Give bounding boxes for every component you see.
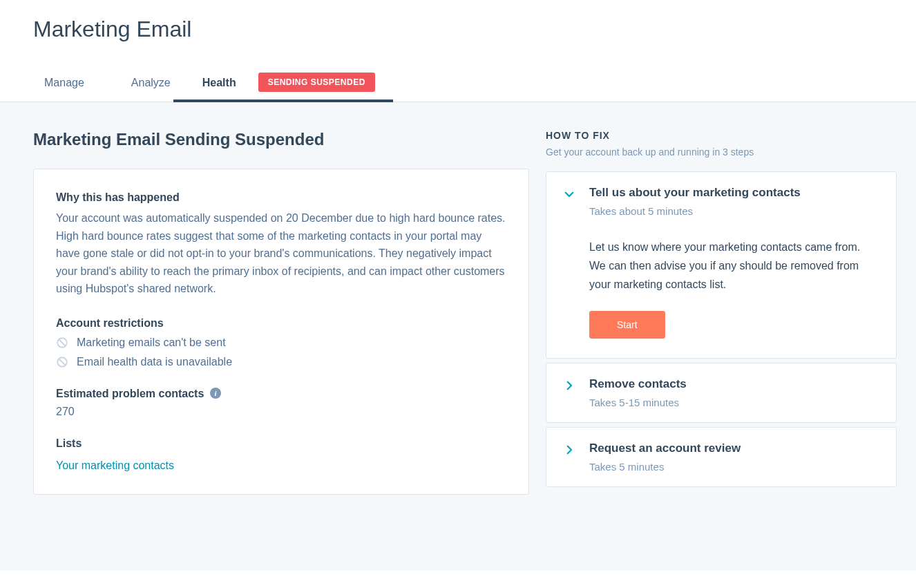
start-button[interactable]: Start [589, 311, 665, 339]
lists-title: Lists [56, 437, 506, 450]
svg-line-1 [59, 339, 66, 345]
tabs-row: Manage Analyze Health SENDING SUSPENDED [33, 70, 883, 102]
step-header-3[interactable]: Request an account review Takes 5 minute… [546, 428, 896, 486]
block-icon [56, 336, 68, 349]
left-column: Marketing Email Sending Suspended Why th… [33, 130, 529, 495]
step-time: Takes about 5 minutes [589, 205, 801, 217]
chevron-right-icon [563, 379, 575, 392]
header-region: Marketing Email Manage Analyze Health SE… [0, 0, 916, 102]
problem-contacts-title-text: Estimated problem contacts [56, 388, 204, 399]
step-title: Tell us about your marketing contacts [589, 186, 801, 200]
right-column: HOW TO FIX Get your account back up and … [546, 130, 897, 491]
why-title: Why this has happened [56, 191, 506, 204]
step-card-2: Remove contacts Takes 5-15 minutes [546, 363, 897, 423]
details-card: Why this has happened Your account was a… [33, 169, 529, 495]
restriction-text: Email health data is unavailable [77, 356, 232, 368]
tab-health-wrap: Health SENDING SUSPENDED [200, 70, 375, 102]
step-header-1[interactable]: Tell us about your marketing contacts Ta… [546, 172, 896, 231]
info-icon[interactable]: i [210, 388, 221, 399]
section-heading: Marketing Email Sending Suspended [33, 130, 529, 149]
step-header-text: Remove contacts Takes 5-15 minutes [589, 377, 687, 408]
howto-subtitle: Get your account back up and running in … [546, 146, 897, 158]
why-body: Your account was automatically suspended… [56, 209, 506, 298]
tab-analyze[interactable]: Analyze [128, 70, 173, 102]
content-region: Marketing Email Sending Suspended Why th… [0, 102, 916, 571]
restrictions-title: Account restrictions [56, 317, 506, 330]
chevron-down-icon [563, 188, 575, 200]
step-card-3: Request an account review Takes 5 minute… [546, 427, 897, 487]
block-icon [56, 356, 68, 368]
step-description: Let us know where your marketing contact… [589, 238, 879, 294]
step-body-1: Let us know where your marketing contact… [546, 231, 896, 358]
tab-underline [173, 99, 393, 102]
restrictions-list: Marketing emails can't be sent Email hea… [56, 336, 506, 368]
restriction-item: Marketing emails can't be sent [56, 336, 506, 349]
step-header-text: Tell us about your marketing contacts Ta… [589, 186, 801, 217]
tab-health[interactable]: Health [200, 70, 239, 102]
problem-contacts-title: Estimated problem contacts i [56, 388, 506, 400]
restriction-text: Marketing emails can't be sent [77, 336, 226, 349]
step-time: Takes 5-15 minutes [589, 397, 687, 408]
step-header-2[interactable]: Remove contacts Takes 5-15 minutes [546, 363, 896, 422]
problem-contacts-value: 270 [56, 406, 506, 418]
svg-line-3 [59, 359, 66, 365]
tab-manage[interactable]: Manage [41, 70, 87, 102]
step-time: Takes 5 minutes [589, 461, 741, 473]
howto-title: HOW TO FIX [546, 130, 897, 141]
restriction-item: Email health data is unavailable [56, 356, 506, 368]
step-title: Request an account review [589, 442, 741, 455]
step-title: Remove contacts [589, 377, 687, 391]
step-card-1: Tell us about your marketing contacts Ta… [546, 171, 897, 359]
status-badge: SENDING SUSPENDED [258, 73, 375, 92]
marketing-contacts-link[interactable]: Your marketing contacts [56, 459, 174, 472]
page-title: Marketing Email [33, 17, 883, 42]
chevron-right-icon [563, 444, 575, 456]
step-header-text: Request an account review Takes 5 minute… [589, 442, 741, 473]
